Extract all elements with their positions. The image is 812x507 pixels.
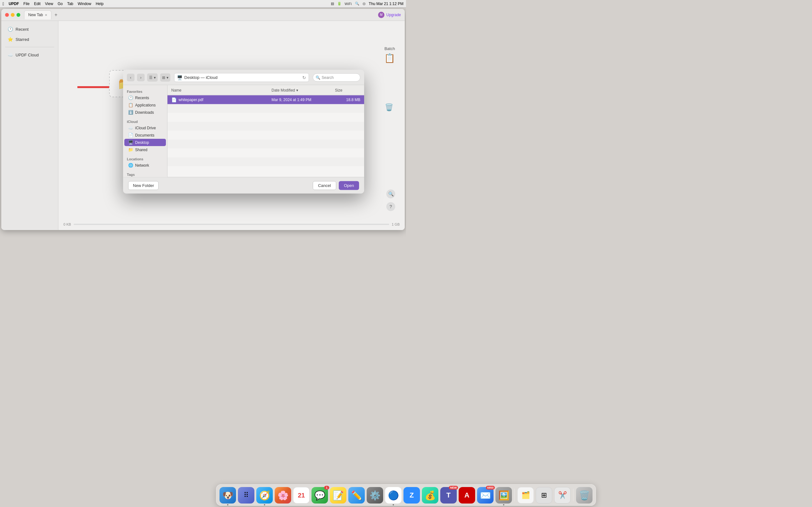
dialog-file-list: Name Date Modified ▾ Size [167, 85, 364, 177]
apple-menu[interactable]:  [3, 1, 4, 6]
starred-icon: ⭐ [8, 37, 13, 42]
recents-label: Recents [135, 95, 149, 100]
window-menu[interactable]: Window [78, 2, 91, 6]
search-placeholder: Search [322, 75, 334, 79]
sidebar-item-label-recent: Recent [15, 27, 29, 32]
search-icon: 🔍 [316, 75, 320, 79]
dialog-sidebar-network[interactable]: 🌐 Network [124, 162, 166, 169]
maximize-button[interactable] [16, 13, 20, 17]
file-name-0: 📄 whitepaper.pdf [171, 97, 271, 102]
location-sync-icon: ↻ [302, 75, 306, 80]
icloud-header: iCloud [123, 118, 167, 124]
file-size-0: 18.8 MB [335, 98, 360, 102]
file-row-0[interactable]: 📄 whitepaper.pdf Mar 9, 2024 at 1:49 PM … [167, 95, 364, 104]
help-bottom-icon[interactable]: ? [386, 202, 395, 211]
siri-icon[interactable]: ◎ [362, 2, 366, 6]
menubar-left:  UPDF File Edit View Go Tab Window Help [3, 1, 103, 6]
progress-track[interactable] [73, 224, 389, 225]
dialog-sidebar: Favorites 🕐 Recents 📋 Applications ⬇️ [123, 85, 167, 177]
documents-icon: 📄 [128, 133, 133, 137]
dialog-body: Favorites 🕐 Recents 📋 Applications ⬇️ [123, 85, 364, 177]
favorites-section: Favorites 🕐 Recents 📋 Applications ⬇️ [123, 89, 167, 116]
right-tool-1[interactable]: 🗑️ [385, 103, 393, 112]
file-dialog: ‹ › ☰ ▾ ⊞ ▾ 🖥️ Desktop — iCloud ↻ [123, 70, 364, 193]
help-menu[interactable]: Help [96, 2, 104, 6]
sidebar-item-updf-cloud[interactable]: ☁️ UPDF Cloud [3, 50, 57, 59]
app-name-menu[interactable]: UPDF [9, 2, 19, 6]
batch-icon: 📋 [384, 53, 395, 63]
view-menu[interactable]: View [45, 2, 53, 6]
locations-header: Locations [123, 156, 167, 162]
tab-menu[interactable]: Tab [67, 2, 73, 6]
dialog-toolbar: ‹ › ☰ ▾ ⊞ ▾ 🖥️ Desktop — iCloud ↻ [123, 70, 364, 85]
file-row-empty-5 [167, 140, 364, 149]
list-view-chevron: ▾ [154, 75, 156, 79]
file-menu[interactable]: File [23, 2, 30, 6]
grid-view-icon: ⊞ [162, 75, 165, 79]
menu-time: Thu Mar 21 1:12 PM [369, 2, 403, 6]
sidebar-item-recent[interactable]: 🕐 Recent [3, 25, 57, 34]
close-button[interactable] [5, 13, 9, 17]
batch-section: Batch 📋 [384, 46, 395, 63]
progress-right: 1 GB [392, 222, 400, 226]
search-field[interactable]: 🔍 Search [313, 73, 360, 81]
icloud-drive-label: iCloud Drive [135, 125, 156, 130]
go-menu[interactable]: Go [58, 2, 63, 6]
new-folder-button[interactable]: New Folder [128, 181, 159, 190]
downloads-icon: ⬇️ [128, 110, 133, 115]
avatar: M [378, 12, 385, 18]
tags-section: Tags ● Red ● Orange [123, 171, 167, 177]
list-view-icon: ☰ [149, 75, 153, 79]
tab-close-icon[interactable]: ✕ [45, 13, 47, 17]
add-tab-button[interactable]: + [53, 12, 59, 18]
icloud-section: iCloud ☁️ iCloud Drive 📄 Documents 🖥️ [123, 118, 167, 153]
edit-menu[interactable]: Edit [34, 2, 41, 6]
shared-icon: 📁 [128, 147, 133, 152]
content-area: 📁 Open File Drag and drop the file here … [58, 21, 405, 230]
location-folder-icon: 🖥️ [177, 75, 183, 80]
network-label: Network [135, 163, 149, 167]
desktop-icon: 🖥️ [128, 140, 133, 145]
upgrade-button[interactable]: M Upgrade [378, 12, 401, 18]
desktop-label: Desktop [135, 140, 149, 145]
view-list-toggle[interactable]: ☰ ▾ [147, 73, 158, 81]
dialog-sidebar-downloads[interactable]: ⬇️ Downloads [124, 109, 166, 116]
title-bar: New Tab ✕ + M Upgrade [1, 9, 405, 21]
upgrade-label: Upgrade [386, 13, 401, 17]
view-grid-toggle[interactable]: ⊞ ▾ [160, 73, 170, 81]
control-center-icon[interactable]: ▤ [331, 2, 334, 6]
new-tab[interactable]: New Tab ✕ [24, 10, 51, 19]
documents-label: Documents [135, 133, 154, 137]
location-bar[interactable]: 🖥️ Desktop — iCloud ↻ [174, 73, 309, 82]
dialog-sidebar-applications[interactable]: 📋 Applications [124, 101, 166, 109]
downloads-label: Downloads [135, 110, 154, 114]
open-button[interactable]: Open [339, 181, 359, 190]
sidebar-item-label-starred: Starred [15, 37, 29, 42]
dialog-sidebar-icloud-drive[interactable]: ☁️ iCloud Drive [124, 124, 166, 131]
search-bottom-icon[interactable]: 🔍 [386, 189, 395, 199]
column-name[interactable]: Name [171, 88, 271, 92]
menubar:  UPDF File Edit View Go Tab Window Help… [0, 0, 406, 8]
dialog-sidebar-shared[interactable]: 📁 Shared [124, 146, 166, 153]
recent-icon: 🕐 [8, 26, 13, 32]
column-date[interactable]: Date Modified ▾ [271, 88, 335, 92]
tab-area: New Tab ✕ + [24, 10, 59, 19]
batch-label: Batch [385, 46, 395, 51]
back-button[interactable]: ‹ [127, 73, 135, 81]
dialog-sidebar-desktop[interactable]: 🖥️ Desktop [124, 139, 166, 146]
progress-bar-section: 0 KB 1 GB [58, 222, 405, 226]
sidebar-item-starred[interactable]: ⭐ Starred [3, 35, 57, 44]
wifi-icon[interactable]: WiFi [345, 2, 352, 6]
dialog-sidebar-recents[interactable]: 🕐 Recents [124, 94, 166, 101]
battery-icon[interactable]: 🔋 [337, 2, 342, 6]
search-menu-icon[interactable]: 🔍 [355, 2, 359, 6]
cancel-button[interactable]: Cancel [313, 181, 336, 190]
sidebar: 🕐 Recent ⭐ Starred ☁️ UPDF Cloud [1, 21, 58, 230]
progress-left: 0 KB [63, 222, 71, 226]
dialog-sidebar-documents[interactable]: 📄 Documents [124, 131, 166, 139]
column-size[interactable]: Size [335, 88, 360, 92]
forward-button[interactable]: › [137, 73, 145, 81]
pdf-file-icon: 📄 [171, 97, 177, 102]
sidebar-divider [5, 47, 54, 47]
minimize-button[interactable] [11, 13, 14, 17]
